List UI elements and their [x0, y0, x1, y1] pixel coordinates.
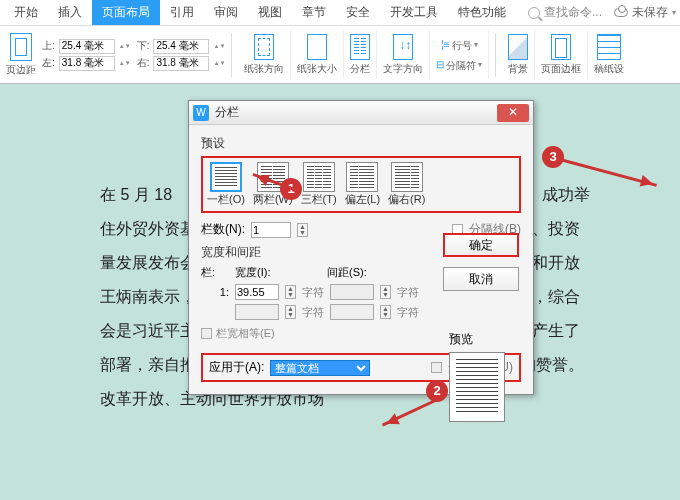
spinner-icon: ▲▼	[380, 305, 391, 319]
spinner-icon[interactable]: ▲▼	[213, 43, 225, 49]
spacing-header: 间距(S):	[327, 265, 367, 280]
margin-icon[interactable]	[10, 33, 32, 61]
width-header: 宽度(I):	[235, 265, 295, 280]
apply-to-label: 应用于(A):	[209, 359, 264, 376]
text-direction-label: 文字方向	[383, 62, 423, 76]
preset-label: 预设	[201, 135, 521, 152]
tab-insert[interactable]: 插入	[48, 0, 92, 25]
margins-group: 页边距 上: ▲▼ 左: ▲▼ 下: ▲▼ 右: ▲▼	[6, 33, 225, 77]
unit-label: 字符	[302, 285, 324, 300]
tab-special[interactable]: 特色功能	[448, 0, 516, 25]
spinner-icon: ▲▼	[285, 305, 296, 319]
search-icon	[528, 7, 540, 19]
preset-right-label: 偏右(R)	[388, 192, 425, 207]
preset-left[interactable]: 偏左(L)	[345, 162, 380, 207]
dropdown-icon: ▾	[672, 8, 676, 17]
tab-reference[interactable]: 引用	[160, 0, 204, 25]
search-placeholder: 查找命令...	[544, 4, 602, 21]
app-logo-icon: W	[193, 105, 209, 121]
paper-size-button[interactable]: 纸张大小	[291, 30, 344, 79]
badge-3: 3	[542, 146, 564, 168]
cols-count-input[interactable]	[251, 222, 291, 238]
tab-safe[interactable]: 安全	[336, 0, 380, 25]
manuscript-button[interactable]: 稿纸设	[588, 30, 630, 79]
page-border-label: 页面边框	[541, 62, 581, 76]
margin-right-input[interactable]	[153, 56, 209, 71]
paper-size-icon	[307, 34, 327, 60]
tab-page-layout[interactable]: 页面布局	[92, 0, 160, 25]
spinner-icon[interactable]: ▲▼	[297, 223, 308, 237]
preset-row: 一栏(O) 两栏(W) 三栏(T) 偏左(L) 偏右(R)	[201, 156, 521, 213]
spinner-icon[interactable]: ▲▼	[380, 285, 391, 299]
separator-icon: ⊟	[436, 59, 444, 70]
paper-size-label: 纸张大小	[297, 62, 337, 76]
ribbon: 页边距 上: ▲▼ 左: ▲▼ 下: ▲▼ 右: ▲▼	[0, 26, 680, 84]
width-2-input	[235, 304, 279, 320]
orientation-icon	[254, 34, 274, 60]
page-border-icon	[551, 34, 571, 60]
orientation-label: 纸张方向	[244, 62, 284, 76]
background-label: 背景	[508, 62, 528, 76]
margin-right-label: 右:	[137, 56, 150, 70]
columns-label: 分栏	[350, 62, 370, 76]
unsaved-indicator[interactable]: 未保存 ▾	[614, 4, 676, 21]
row-1-label: 1:	[201, 286, 229, 298]
unsaved-label: 未保存	[632, 4, 668, 21]
margin-top-label: 上:	[42, 39, 55, 53]
line-no-label: 行号	[452, 39, 472, 53]
preset-three[interactable]: 三栏(T)	[301, 162, 337, 207]
ok-button[interactable]: 确定	[443, 233, 519, 257]
spacing-1-input[interactable]	[330, 284, 374, 300]
margin-left-input[interactable]	[59, 56, 115, 71]
cancel-button[interactable]: 取消	[443, 267, 519, 291]
separator-label: 分隔符	[446, 59, 476, 73]
preset-one[interactable]: 一栏(O)	[207, 162, 245, 207]
background-button[interactable]: 背景	[502, 30, 535, 79]
unit-label: 字符	[397, 305, 419, 320]
tab-view[interactable]: 视图	[248, 0, 292, 25]
manuscript-label: 稿纸设	[594, 62, 624, 76]
orientation-button[interactable]: 纸张方向	[238, 30, 291, 79]
page-border-button[interactable]: 页面边框	[535, 30, 588, 79]
spinner-icon[interactable]: ▲▼	[213, 60, 225, 66]
preset-left-label: 偏左(L)	[345, 192, 380, 207]
margin-left-label: 左:	[42, 56, 55, 70]
spinner-icon[interactable]: ▲▼	[119, 43, 131, 49]
background-icon	[508, 34, 528, 60]
preset-one-label: 一栏(O)	[207, 192, 245, 207]
unit-label: 字符	[397, 285, 419, 300]
manuscript-icon	[597, 34, 621, 60]
tab-chapter[interactable]: 章节	[292, 0, 336, 25]
apply-to-select[interactable]: 整篇文档	[270, 360, 370, 376]
cloud-icon	[614, 8, 628, 17]
margin-label: 页边距	[6, 63, 36, 77]
columns-icon	[350, 34, 370, 60]
line-number-group[interactable]: ¦≡ 行号 ▾ ⊟ 分隔符 ▾	[430, 30, 489, 79]
margin-bottom-input[interactable]	[153, 39, 209, 54]
dialog-title: 分栏	[215, 104, 491, 121]
equal-width-label: 栏宽相等(E)	[216, 326, 275, 341]
preview-section: 预览	[449, 331, 505, 422]
line-no-icon: ¦≡	[441, 39, 449, 50]
columns-button[interactable]: 分栏	[344, 30, 377, 79]
search-command[interactable]: 查找命令...	[528, 4, 602, 21]
direction-icon	[393, 34, 413, 60]
close-button[interactable]: ✕	[497, 104, 529, 122]
tab-review[interactable]: 审阅	[204, 0, 248, 25]
preset-right[interactable]: 偏右(R)	[388, 162, 425, 207]
tab-dev[interactable]: 开发工具	[380, 0, 448, 25]
spinner-icon[interactable]: ▲▼	[285, 285, 296, 299]
dialog-titlebar[interactable]: W 分栏 ✕	[189, 101, 533, 125]
tab-start[interactable]: 开始	[4, 0, 48, 25]
cols-count-label: 栏数(N):	[201, 221, 245, 238]
preview-box	[449, 352, 505, 422]
preset-three-label: 三栏(T)	[301, 192, 337, 207]
unit-label: 字符	[302, 305, 324, 320]
text-direction-button[interactable]: 文字方向	[377, 30, 430, 79]
margin-top-input[interactable]	[59, 39, 115, 54]
width-1-input[interactable]	[235, 284, 279, 300]
preview-label: 预览	[449, 331, 505, 348]
col-header: 栏:	[201, 265, 229, 280]
spinner-icon[interactable]: ▲▼	[119, 60, 131, 66]
new-column-checkbox	[431, 362, 442, 373]
